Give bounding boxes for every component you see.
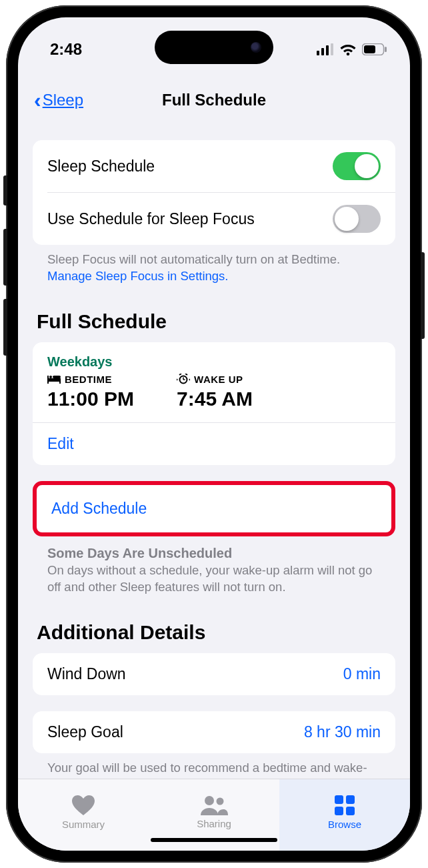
wind-down-label: Wind Down	[47, 665, 126, 683]
sleep-goal-value: 8 hr 30 min	[304, 723, 381, 741]
tab-summary[interactable]: Summary	[18, 779, 149, 851]
toggle-card: Sleep Schedule Use Schedule for Sleep Fo…	[33, 140, 395, 245]
wifi-icon	[339, 43, 357, 56]
bed-icon	[47, 374, 61, 384]
svg-rect-0	[317, 51, 319, 55]
unscheduled-title: Some Days Are Unscheduled	[33, 536, 395, 562]
add-schedule-button[interactable]: Add Schedule	[33, 481, 395, 536]
svg-rect-22	[335, 807, 343, 815]
full-schedule-title: Full Schedule	[33, 285, 395, 342]
alarm-icon	[177, 374, 190, 384]
wake-column: WAKE UP 7:45 AM	[177, 374, 253, 410]
status-time: 2:48	[50, 40, 82, 59]
svg-rect-12	[53, 376, 61, 378]
svg-point-4	[347, 53, 350, 56]
schedule-times: BEDTIME 11:00 PM	[33, 374, 395, 422]
svg-rect-7	[385, 47, 387, 52]
nav-header: ‹ Sleep Full Schedule	[18, 69, 410, 121]
battery-icon	[362, 43, 387, 55]
power-button	[421, 252, 425, 339]
svg-rect-3	[331, 43, 333, 55]
chevron-left-icon: ‹	[34, 89, 41, 111]
manage-focus-link[interactable]: Manage Sleep Focus in Settings.	[47, 269, 229, 283]
svg-rect-1	[321, 48, 324, 55]
additional-details-title: Additional Details	[33, 596, 395, 653]
svg-line-14	[179, 374, 181, 375]
focus-note-text: Sleep Focus will not automatically turn …	[47, 252, 340, 266]
side-button	[3, 175, 7, 205]
use-focus-label: Use Schedule for Sleep Focus	[47, 210, 255, 228]
svg-point-19	[217, 798, 224, 805]
focus-footnote: Sleep Focus will not automatically turn …	[33, 245, 395, 285]
use-focus-row: Use Schedule for Sleep Focus	[33, 193, 395, 245]
sleep-schedule-toggle[interactable]	[333, 152, 381, 180]
cellular-icon	[317, 43, 334, 55]
svg-rect-2	[326, 45, 329, 55]
bedtime-column: BEDTIME 11:00 PM	[47, 374, 134, 410]
schedule-card: Weekdays BEDTIME	[33, 342, 395, 465]
tab-summary-label: Summary	[62, 819, 105, 830]
use-focus-toggle[interactable]	[333, 205, 381, 233]
svg-line-15	[185, 374, 187, 375]
svg-rect-6	[364, 45, 375, 53]
people-icon	[200, 795, 228, 815]
heart-icon	[71, 795, 95, 816]
wake-mini-label: WAKE UP	[194, 374, 243, 385]
sleep-goal-row[interactable]: Sleep Goal 8 hr 30 min	[33, 711, 395, 753]
svg-rect-9	[47, 378, 61, 382]
wind-down-value: 0 min	[343, 665, 381, 683]
screen: 2:48	[18, 17, 410, 851]
bedtime-value: 11:00 PM	[47, 388, 134, 410]
tab-browse[interactable]: Browse	[279, 779, 410, 851]
dynamic-island	[155, 31, 273, 64]
back-button[interactable]: ‹ Sleep	[34, 89, 83, 111]
tab-sharing-label: Sharing	[197, 818, 231, 829]
edit-schedule-button[interactable]: Edit	[33, 423, 395, 465]
bedtime-mini-label: BEDTIME	[65, 374, 112, 385]
svg-rect-21	[346, 795, 355, 804]
svg-rect-23	[346, 807, 355, 815]
sleep-schedule-label: Sleep Schedule	[47, 157, 155, 175]
sleep-goal-label: Sleep Goal	[47, 723, 123, 741]
unscheduled-body: On days without a schedule, your wake-up…	[33, 562, 395, 596]
wind-down-row[interactable]: Wind Down 0 min	[33, 653, 395, 695]
grid-icon	[334, 795, 355, 816]
volume-up-button	[3, 229, 7, 286]
svg-point-11	[49, 376, 52, 378]
days-label: Weekdays	[33, 342, 395, 374]
svg-point-18	[205, 796, 214, 805]
volume-down-button	[3, 299, 7, 356]
home-indicator	[151, 838, 277, 842]
sleep-schedule-row: Sleep Schedule	[33, 140, 395, 192]
tab-browse-label: Browse	[328, 819, 361, 830]
content: Sleep Schedule Use Schedule for Sleep Fo…	[18, 121, 410, 779]
wind-down-card: Wind Down 0 min	[33, 653, 395, 695]
svg-rect-20	[335, 795, 343, 804]
svg-rect-10	[59, 378, 61, 384]
back-label: Sleep	[43, 91, 83, 109]
wake-value: 7:45 AM	[177, 388, 253, 410]
phone-frame: 2:48	[6, 5, 422, 863]
sleep-goal-card: Sleep Goal 8 hr 30 min	[33, 711, 395, 753]
sleep-goal-note: Your goal will be used to recommend a be…	[33, 753, 395, 779]
